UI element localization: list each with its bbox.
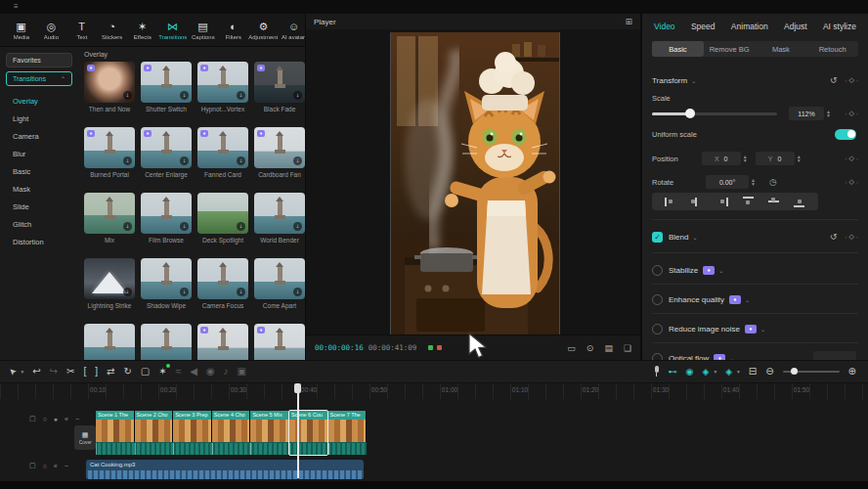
download-icon[interactable]: ↓ <box>180 91 189 100</box>
undo-button[interactable]: ↩ <box>32 366 40 378</box>
sidebar-item-blur[interactable]: Blur <box>0 145 78 162</box>
fullscreen-icon[interactable]: ❏ <box>624 343 631 353</box>
tab-speed[interactable]: Speed <box>691 22 716 31</box>
keyframe-diamond-icon[interactable]: ◇ <box>849 233 854 241</box>
blend-checkbox[interactable]: ✓ <box>652 232 663 243</box>
scale-slider-knob[interactable] <box>685 109 695 118</box>
transition-item-come-apart[interactable]: ↓Come Apart <box>254 258 305 311</box>
transition-item-then-and-now[interactable]: ♦↓Then and Now <box>84 62 135 114</box>
playhead-handle[interactable] <box>294 383 301 393</box>
tab-video[interactable]: Video <box>654 22 675 31</box>
keyframe-diamond-icon[interactable]: ◇ <box>849 110 854 117</box>
keyframe-link-toggle[interactable]: ⊷ <box>669 366 677 378</box>
rotate-keyframe-control[interactable]: ‹ ◇ › <box>846 178 858 186</box>
toolbar-tab-effects[interactable]: ✶Effects <box>127 21 157 40</box>
record-voiceover-button[interactable] <box>654 366 660 378</box>
transform-keyframe-control[interactable]: ‹ ◇ › <box>846 76 858 84</box>
subtab-retouch[interactable]: Retouch <box>806 41 858 57</box>
freeze-button[interactable]: ▣ <box>238 366 246 378</box>
transition-item-black-fade[interactable]: ♦↓Black Fade <box>254 62 305 114</box>
toolbar-tab-filters[interactable]: ◐Filters <box>218 21 248 40</box>
ratio-icon[interactable]: ▭ <box>567 343 576 353</box>
next-keyframe-icon[interactable]: › <box>856 77 858 83</box>
transition-item-cardboard-fan[interactable]: ♦↓Cardboard Fan <box>254 127 305 180</box>
keyframe-diamond-icon[interactable]: ◇ <box>849 155 854 162</box>
sidebar-item-basic[interactable]: Basic <box>0 162 78 180</box>
toolbar-tab-stickers[interactable]: ◔Stickers <box>97 21 127 40</box>
transform-section-header[interactable]: Transform ⌄ ↺ ‹ ◇ › <box>652 70 858 90</box>
align-center-horizontal-icon[interactable] <box>690 197 703 207</box>
section-checkbox[interactable] <box>652 324 663 334</box>
align-center-vertical-icon[interactable] <box>767 197 780 207</box>
uniform-scale-toggle[interactable] <box>835 129 856 140</box>
collapse-track-icon[interactable]: − <box>75 416 79 422</box>
section-checkbox[interactable] <box>652 265 663 276</box>
sidebar-item-overlay[interactable]: Overlay <box>0 92 78 110</box>
speed-curve-button[interactable]: ≈ <box>176 366 182 378</box>
download-icon[interactable]: ↓ <box>293 156 302 165</box>
resolution-icon[interactable]: ▤ <box>604 343 613 353</box>
rotate-stepper[interactable]: ▲▼ <box>751 178 756 187</box>
preview-axis-button[interactable]: ⊟ <box>749 366 757 378</box>
sidebar-item-light[interactable]: Light <box>0 110 78 127</box>
chevron-down-icon[interactable]: ▾ <box>714 369 716 375</box>
beats-button[interactable]: ♪ <box>224 366 229 378</box>
clip-scene-7-the[interactable]: Scene 7 The <box>328 411 368 442</box>
prev-keyframe-icon[interactable]: ‹ <box>846 156 847 161</box>
audio-clip[interactable]: Cat Cooking.mp3 <box>86 460 364 479</box>
align-bottom-icon[interactable] <box>793 197 805 207</box>
scale-slider[interactable] <box>652 112 777 115</box>
download-icon[interactable]: ↓ <box>123 288 132 296</box>
position-x-field[interactable]: X 0 <box>702 152 741 165</box>
transition-item-unnamed[interactable] <box>84 324 135 360</box>
mute-track-icon[interactable]: « <box>65 416 68 422</box>
rotate-button[interactable]: ↻ <box>123 366 131 378</box>
mute-track-icon[interactable]: « <box>54 463 58 469</box>
clip-scene-3-prep[interactable]: Scene 3 Prep <box>173 411 212 442</box>
tab-ai-stylize[interactable]: AI stylize <box>823 22 856 31</box>
sidebar-item-distortion[interactable]: Distortion <box>0 233 78 250</box>
timeline-zoom-slider[interactable] <box>783 371 840 373</box>
transition-item-film-browse[interactable]: ↓Film Browse <box>141 193 192 245</box>
trim-left-button[interactable]: [ <box>83 366 86 378</box>
video-preview[interactable] <box>390 32 560 334</box>
crop-button[interactable]: ▢ <box>141 366 150 378</box>
transition-item-lightning-strike[interactable]: ↓Lightning Strike <box>84 258 135 311</box>
toolbar-tab-captions[interactable]: ▤Captions <box>188 21 218 40</box>
download-icon[interactable]: ↓ <box>293 91 302 100</box>
prev-keyframe-icon[interactable]: ‹ <box>846 77 847 83</box>
download-icon[interactable]: ↓ <box>237 91 245 100</box>
track-type-icon[interactable]: ▢ <box>29 415 36 422</box>
transition-item-unnamed[interactable] <box>141 324 192 360</box>
transition-item-world-bender[interactable]: ↓World Bender <box>254 193 305 245</box>
blend-section-header[interactable]: ✓ Blend ⌄ ↺ ‹ ◇ › <box>652 227 858 246</box>
align-left-icon[interactable] <box>665 197 677 207</box>
select-tool[interactable]: ➤ <box>9 366 17 378</box>
tab-animation[interactable]: Animation <box>731 22 768 31</box>
blend-keyframe-control[interactable]: ‹ ◇ › <box>846 233 858 241</box>
transition-item-mix[interactable]: ↓Mix <box>84 193 135 245</box>
cover-button[interactable]: ▦ Cover <box>74 425 96 450</box>
app-menu-icon[interactable]: ≡ <box>14 2 19 11</box>
toolbar-tab-adjustment[interactable]: ⚙Adjustment <box>248 21 279 40</box>
transition-item-deck-spotlight[interactable]: ↓Deck Spotlight <box>197 193 248 245</box>
portrait-button[interactable]: ◉ <box>206 366 215 378</box>
track-type-icon[interactable]: ▢ <box>29 462 36 469</box>
zoom-slider-knob[interactable] <box>791 368 798 375</box>
sidebar-item-slide[interactable]: Slide <box>0 198 78 215</box>
download-icon[interactable]: ↓ <box>293 222 302 231</box>
next-keyframe-icon[interactable]: › <box>856 111 858 116</box>
toolbar-tab-audio[interactable]: ◎Audio <box>36 21 66 40</box>
timeline-ruler[interactable]: 00:1000:2000:3000:4000:5001:0001:1001:20… <box>0 383 868 399</box>
transition-item-unnamed[interactable]: ♦ <box>197 324 248 360</box>
download-icon[interactable]: ↓ <box>180 288 189 296</box>
lock-track-icon[interactable]: ○ <box>43 416 47 422</box>
clip-scene-4-cho[interactable]: Scene 4 Cho <box>212 411 251 442</box>
transition-item-unnamed[interactable]: ♦ <box>254 324 305 360</box>
prev-keyframe-icon[interactable]: ‹ <box>846 179 847 185</box>
transitions-category-button[interactable]: Transitions ⌃ <box>6 71 72 86</box>
transition-item-camera-focus[interactable]: ↓Camera Focus <box>197 258 248 311</box>
clip-scene-5-mix[interactable]: Scene 5 Mix <box>250 411 289 442</box>
track-magnet-toggle[interactable]: ◉ <box>686 366 694 378</box>
prev-keyframe-icon[interactable]: ‹ <box>846 111 847 116</box>
